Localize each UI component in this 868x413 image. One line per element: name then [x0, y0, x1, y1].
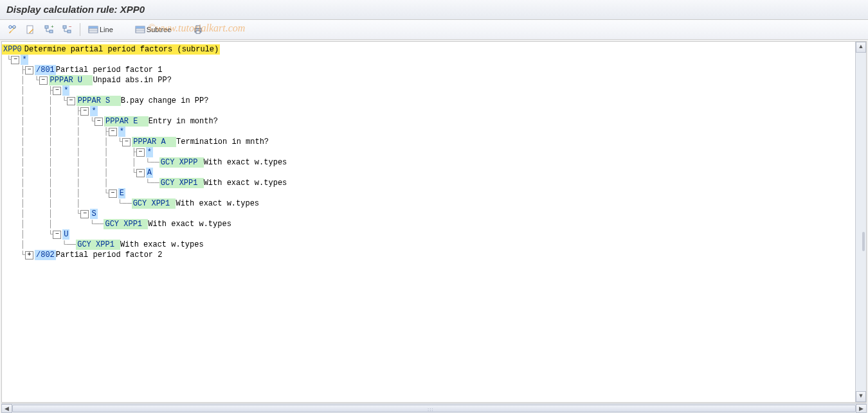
- collapse-icon[interactable]: −: [80, 107, 89, 116]
- svg-rect-4: [45, 26, 48, 28]
- rule-tree[interactable]: XPP0 Determine partial period factors (s…: [2, 42, 856, 402]
- svg-rect-23: [196, 26, 200, 28]
- tree-node[interactable]: │ │ │ ├− *: [2, 127, 856, 137]
- collapse-icon[interactable]: −: [11, 56, 19, 64]
- tree-node[interactable]: │ │ │ │ │ └── GCY XPPP With exact w.type…: [2, 157, 856, 168]
- expand-icon[interactable]: +: [25, 251, 33, 259]
- svg-rect-21: [136, 26, 145, 28]
- content-area: XPP0 Determine partial period factors (s…: [1, 41, 867, 403]
- tree-node[interactable]: │ │ └− S: [2, 209, 856, 219]
- subtree-button-label: Subtree: [147, 26, 172, 33]
- scroll-left-arrow[interactable]: ◀: [1, 404, 12, 413]
- tree-node[interactable]: │ │ │ └− PPPAR E Entry in month?: [2, 116, 856, 127]
- tree-node[interactable]: │ │ └── GCY XPP1 With exact w.types: [2, 219, 856, 229]
- collapse-icon[interactable]: −: [95, 118, 103, 126]
- toolbar: + − Line Subtree ©www.tutorialkart.com: [0, 20, 868, 40]
- tree-node[interactable]: └− *: [2, 55, 856, 65]
- subtree-button[interactable]: Subtree: [132, 22, 174, 37]
- toolbar-separator: [80, 23, 80, 36]
- svg-text:+: +: [51, 24, 54, 30]
- tree-node[interactable]: │ │ │ └── GCY XPP1 With exact w.types: [2, 198, 856, 209]
- edit-button[interactable]: [5, 22, 21, 37]
- structure-expand-button[interactable]: +: [41, 22, 57, 37]
- svg-rect-17: [89, 26, 98, 28]
- collapse-icon[interactable]: −: [53, 87, 61, 95]
- printer-icon: [193, 24, 203, 35]
- attributes-button[interactable]: [23, 22, 39, 37]
- tree-node[interactable]: └+ /802 Partial period factor 2: [2, 250, 856, 260]
- collapse-icon[interactable]: −: [80, 210, 89, 218]
- structure-collapse-button[interactable]: −: [59, 22, 75, 37]
- collapse-icon[interactable]: −: [122, 138, 131, 146]
- print-button[interactable]: [190, 22, 206, 37]
- hscroll-thumb[interactable]: :::: [12, 405, 856, 412]
- line-button[interactable]: Line: [86, 22, 116, 37]
- tree-node[interactable]: │ │ │ │ └− PPPAR A Termination in mnth?: [2, 137, 856, 147]
- tree-node[interactable]: │ └── GCY XPP1 With exact w.types: [2, 240, 856, 250]
- tree-node[interactable]: ├− /801 Partial period factor 1: [2, 65, 856, 75]
- svg-rect-9: [63, 26, 66, 28]
- collapse-icon[interactable]: −: [67, 97, 75, 105]
- horizontal-scrollbar[interactable]: ◀ ::: ▶: [1, 403, 867, 413]
- tree-node[interactable]: │ │ │ │ ├− *: [2, 147, 856, 157]
- scroll-right-arrow[interactable]: ▶: [856, 404, 867, 413]
- tree-node[interactable]: │ │ └− PPPAR S B.pay change in PP?: [2, 96, 856, 106]
- tree-node[interactable]: │ │ │ │ └− A: [2, 168, 856, 178]
- svg-rect-24: [196, 31, 200, 33]
- svg-rect-5: [50, 30, 53, 33]
- table-subtree-icon: [135, 24, 145, 35]
- scroll-down-arrow[interactable]: ▼: [856, 391, 866, 402]
- collapse-icon[interactable]: −: [136, 169, 145, 177]
- collapse-icon[interactable]: −: [39, 76, 48, 85]
- line-button-label: Line: [100, 26, 113, 33]
- svg-text:−: −: [69, 24, 72, 30]
- tree-node[interactable]: │ │ │ │ └── GCY XPP1 With exact w.types: [2, 178, 856, 188]
- hierarchy-expand-icon: +: [44, 24, 54, 35]
- table-line-icon: [88, 24, 98, 35]
- pencil-glasses-icon: [8, 24, 18, 35]
- tree-node[interactable]: │ └− U: [2, 229, 856, 240]
- vscroll-track[interactable]: [856, 52, 866, 392]
- page-title: Display calculation rule: XPP0: [0, 0, 868, 20]
- tree-root[interactable]: XPP0 Determine partial period factors (s…: [2, 44, 856, 55]
- vscroll-marker: [862, 232, 865, 251]
- tree-node[interactable]: │ └− PPPAR U Unpaid abs.in PP?: [2, 75, 856, 85]
- collapse-icon[interactable]: −: [25, 66, 33, 75]
- hierarchy-collapse-icon: −: [62, 24, 72, 35]
- tree-node[interactable]: │ ├− *: [2, 85, 856, 96]
- svg-rect-10: [68, 30, 71, 33]
- tree-node[interactable]: │ │ │ └− E: [2, 188, 856, 198]
- vertical-scrollbar[interactable]: ▲ ▼: [855, 42, 866, 402]
- hscroll-track[interactable]: :::: [12, 404, 856, 413]
- tree-node[interactable]: │ │ ├− *: [2, 106, 856, 116]
- svg-point-0: [9, 26, 12, 28]
- collapse-icon[interactable]: −: [136, 148, 145, 157]
- collapse-icon[interactable]: −: [109, 189, 117, 198]
- collapse-icon[interactable]: −: [109, 128, 117, 136]
- document-edit-icon: [26, 24, 36, 35]
- collapse-icon[interactable]: −: [53, 231, 61, 239]
- scroll-up-arrow[interactable]: ▲: [856, 42, 866, 53]
